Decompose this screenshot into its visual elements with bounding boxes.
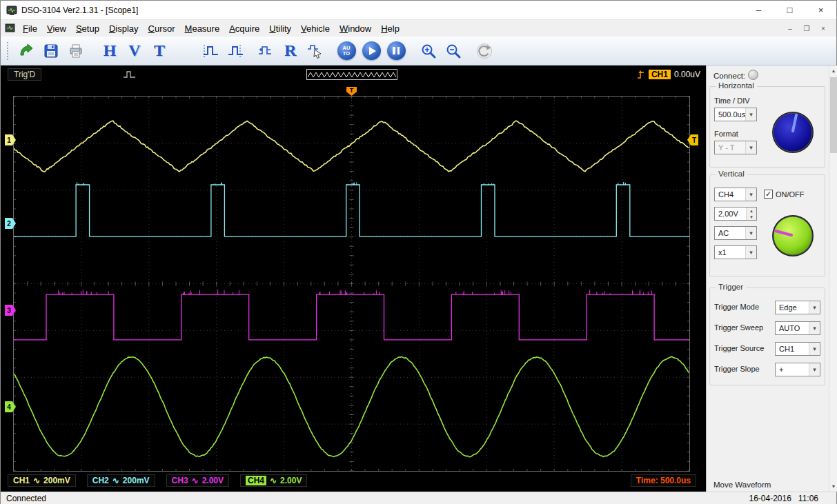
mdi-restore-button[interactable]: ❐ [799,22,814,34]
refresh-button[interactable] [473,39,496,63]
time-div-label: Time / DIV [714,97,750,105]
status-date: 16-04-2016 [749,494,791,503]
zoom-out-button[interactable] [442,39,465,63]
format-label: Format [714,130,738,138]
vertical-setup-button[interactable]: V [123,39,146,63]
menu-item-cursor[interactable]: Cursor [144,21,180,36]
trigger-readout: CH1 0.00uV [636,70,700,79]
main-area: Trig'D CH1 0.00uV T T 1234 CH1∿200mVCH2∿… [1,65,836,492]
trigger-level-readout: 0.00uV [674,70,700,79]
readout-ch4[interactable]: CH4∿2.00V [240,474,307,487]
menu-item-utility[interactable]: Utility [264,21,296,36]
trigger-mode-label: Trigger Mode [714,303,759,311]
trigger-mode-value: Edge [779,303,797,312]
play-icon [362,41,381,60]
status-datetime: 16-04-2016 11:06 [749,494,818,503]
reference-button[interactable]: R [279,39,302,63]
chevron-down-icon[interactable]: ▾ [809,322,820,334]
vertical-group-title: Vertical [716,170,747,178]
channel-readout-bar: CH1∿200mVCH2∿200mVCH3∿2.00VCH4∿2.00V Tim… [1,472,706,489]
format-select[interactable]: Y - T ▾ [714,141,757,154]
save-button[interactable] [39,39,63,63]
chevron-down-icon[interactable]: ▾ [745,246,756,259]
math-button[interactable] [254,39,277,63]
readout-ch2[interactable]: CH2∿200mV [87,474,155,487]
chevron-down-icon[interactable]: ▾ [809,363,820,376]
chevron-down-icon[interactable]: ▾ [745,141,756,154]
maximize-button[interactable]: □ [774,1,805,19]
menu-item-window[interactable]: Window [335,21,376,36]
trigger-position-marker[interactable]: T [346,87,357,96]
minimize-button[interactable]: – [743,1,774,19]
panel-scrollbar[interactable]: ▲ ▼ [829,65,837,492]
chevron-down-icon[interactable]: ▾ [809,343,820,355]
chevron-down-icon[interactable]: ▾ [745,108,756,121]
menu-item-display[interactable]: Display [104,21,144,36]
menu-item-file[interactable]: File [18,21,42,36]
menu-item-setup[interactable]: Setup [71,21,104,36]
scroll-up-icon[interactable]: ▲ [829,65,837,76]
connect-led-indicator[interactable] [748,70,758,80]
horizontal-position-slider[interactable] [306,69,397,80]
spin-down-icon[interactable]: ▼ [747,214,756,220]
run-button[interactable] [360,39,383,63]
chevron-down-icon[interactable]: ▾ [809,301,820,314]
trigger-sweep-select[interactable]: AUTO ▾ [775,321,820,335]
connect-button[interactable] [14,39,38,63]
menu-item-view[interactable]: View [42,21,71,36]
pulse-measure-icon [227,43,245,59]
mdi-minimize-button[interactable]: – [782,22,798,34]
pulse-button[interactable] [199,39,223,63]
menu-items: FileViewSetupDisplayCursorMeasureAcquire… [18,21,404,36]
close-button[interactable]: × [805,1,836,19]
channel-onoff-checkbox[interactable]: ✓ [764,190,773,199]
pause-button[interactable] [384,39,408,63]
connect-label: Connect: [713,72,745,80]
vertical-scale-spinner[interactable]: 2.00V ▲▼ [714,207,757,221]
zoom-in-button[interactable] [417,39,440,63]
cursor-measure-button[interactable] [304,39,327,63]
vertical-channel-select[interactable]: CH4 ▾ [714,188,757,201]
status-time: 11:06 [798,494,818,503]
readout-ch1[interactable]: CH1∿200mV [8,474,76,487]
scrollbar-thumb[interactable] [830,77,837,153]
pulse-measure-button[interactable] [224,39,248,63]
refresh-icon [476,43,493,59]
vertical-knob[interactable] [771,214,815,258]
time-div-select[interactable]: 500.0us ▾ [714,108,757,121]
vertical-group: Vertical CH4 ▾ ✓ ON/OFF 2.00V ▲▼ AC ▾ [709,174,825,276]
time-div-value: 500.0us [718,110,745,119]
trigger-source-badge[interactable]: CH1 [649,70,671,79]
time-readout: Time: 500.0us [631,474,696,487]
print-button[interactable] [64,39,88,63]
horizontal-group-title: Horizontal [716,81,757,90]
app-window: DSO-3104 Ver2.1.31 - [Scope1] – □ × File… [0,0,837,504]
mdi-close-button[interactable]: × [816,22,831,34]
trigger-slope-select[interactable]: + ▾ [775,363,820,376]
menu-item-help[interactable]: Help [376,21,404,36]
readout-ch3[interactable]: CH3∿2.00V [166,474,229,487]
trigger-source-select[interactable]: CH1 ▾ [775,342,820,356]
checkmark-icon: ✓ [765,190,771,198]
toolbar: H V T R AU TO [1,37,836,65]
autoset-button[interactable]: AU TO [335,39,358,63]
waveform-display[interactable]: T T 1234 [13,96,690,472]
menu-item-measure[interactable]: Measure [180,21,225,36]
menu-item-vehicle[interactable]: Vehicle [296,21,335,36]
math-icon [257,43,275,59]
trigger-setup-button[interactable]: T [148,39,171,63]
horizontal-setup-button[interactable]: H [98,39,121,63]
coupling-select[interactable]: AC ▾ [714,226,757,240]
scroll-down-icon[interactable]: ▼ [829,481,837,492]
trigger-mode-select[interactable]: Edge ▾ [775,301,820,314]
spin-up-icon[interactable]: ▲ [747,208,756,214]
menu-item-acquire[interactable]: Acquire [224,21,264,36]
scope-status-bar: Trig'D CH1 0.00uV [1,67,706,82]
vertical-channel-value: CH4 [718,190,733,199]
chevron-down-icon[interactable]: ▾ [745,188,756,201]
probe-select[interactable]: x1 ▾ [714,245,757,259]
chevron-down-icon[interactable]: ▾ [745,227,756,239]
toolbar-grip[interactable] [7,42,10,60]
horizontal-knob[interactable] [771,110,815,154]
move-waveform-label: Move Waveform [713,481,771,489]
